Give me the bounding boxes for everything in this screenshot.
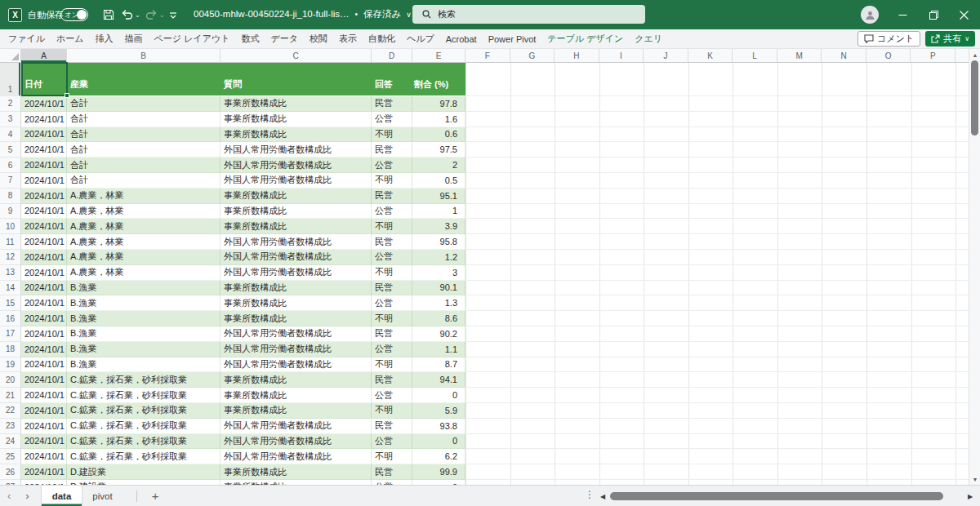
cell-ratio[interactable]: 0.6 bbox=[412, 127, 466, 143]
cell-date[interactable]: 2024/10/1 bbox=[21, 464, 67, 480]
empty-grid-cells[interactable] bbox=[466, 342, 969, 357]
cell-ratio[interactable]: 94.1 bbox=[412, 372, 466, 388]
cell-answer[interactable]: 不明 bbox=[372, 173, 412, 189]
cell-date[interactable]: 2024/10/1 bbox=[21, 342, 67, 357]
cell-answer[interactable]: 公営 bbox=[372, 158, 412, 173]
cell-date[interactable]: 2024/10/1 bbox=[21, 449, 67, 464]
empty-grid-cells[interactable] bbox=[466, 250, 969, 265]
cell-industry[interactable]: 合計 bbox=[67, 127, 220, 143]
cell-ratio[interactable]: 95.1 bbox=[412, 189, 466, 204]
column-header[interactable]: H bbox=[555, 49, 599, 62]
column-header[interactable]: C bbox=[220, 49, 372, 62]
empty-grid-cells[interactable] bbox=[466, 96, 969, 112]
column-header[interactable]: F bbox=[466, 49, 510, 62]
cell-question[interactable]: 外国人常用労働者数構成比 bbox=[220, 158, 372, 173]
cell-ratio[interactable]: 90.2 bbox=[412, 326, 466, 342]
cell-question[interactable]: 事業所数構成比 bbox=[220, 464, 372, 480]
cell-date[interactable]: 2024/10/1 bbox=[21, 234, 67, 250]
ribbon-tab[interactable]: 校閲 bbox=[304, 29, 333, 48]
cell-answer[interactable]: 不明 bbox=[372, 127, 412, 143]
cell-question[interactable]: 事業所数構成比 bbox=[220, 112, 372, 127]
close-button[interactable] bbox=[950, 0, 978, 29]
row-header[interactable]: 26 bbox=[0, 464, 21, 480]
row-header[interactable]: 3 bbox=[0, 112, 21, 127]
cell-industry[interactable]: A.農業，林業 bbox=[67, 250, 220, 265]
empty-grid-cells[interactable] bbox=[466, 281, 969, 296]
cell-question[interactable]: 事業所数構成比 bbox=[220, 281, 372, 296]
column-header[interactable]: P bbox=[911, 49, 956, 62]
cell-industry[interactable]: 合計 bbox=[67, 158, 220, 173]
cell-date[interactable]: 2024/10/1 bbox=[21, 357, 67, 373]
cell-answer[interactable]: 民営 bbox=[372, 464, 412, 480]
cell-industry[interactable]: A.農業，林業 bbox=[67, 219, 220, 234]
empty-grid-cells[interactable] bbox=[466, 388, 969, 403]
cell-answer[interactable]: 不明 bbox=[372, 403, 412, 419]
sheet-nav-next-icon[interactable]: › bbox=[18, 490, 36, 502]
empty-grid-cells[interactable] bbox=[466, 219, 969, 234]
ribbon-tab[interactable]: 数式 bbox=[235, 29, 265, 48]
cell-industry[interactable]: B.漁業 bbox=[67, 281, 220, 296]
cell-ratio[interactable]: 3 bbox=[412, 265, 466, 281]
search-input[interactable]: 検索 bbox=[412, 5, 645, 24]
cell-answer[interactable]: 公営 bbox=[372, 112, 412, 127]
quick-access-customize-icon[interactable] bbox=[169, 9, 177, 24]
cell-ratio[interactable]: 8.6 bbox=[412, 311, 466, 326]
empty-grid-cells[interactable] bbox=[466, 234, 969, 250]
cell-date[interactable]: 2024/10/1 bbox=[21, 311, 67, 326]
empty-grid-cells[interactable] bbox=[466, 464, 969, 480]
sheet-tab[interactable]: data bbox=[42, 486, 82, 506]
row-header[interactable]: 21 bbox=[0, 388, 21, 403]
row-header[interactable]: 7 bbox=[0, 173, 21, 189]
cell-answer[interactable]: 不明 bbox=[372, 219, 412, 234]
minimize-button[interactable] bbox=[889, 0, 916, 29]
cell-question[interactable]: 事業所数構成比 bbox=[220, 311, 372, 326]
add-sheet-button[interactable]: + bbox=[145, 489, 166, 503]
cell-date[interactable]: 2024/10/1 bbox=[21, 219, 67, 234]
empty-grid-cells[interactable] bbox=[466, 204, 969, 220]
column-header[interactable]: L bbox=[733, 49, 777, 62]
cell-question[interactable]: 外国人常用労働者数構成比 bbox=[220, 234, 372, 250]
cell-question[interactable]: 事業所数構成比 bbox=[220, 295, 372, 311]
column-header[interactable]: J bbox=[644, 49, 688, 62]
cell-question[interactable]: 外国人常用労働者数構成比 bbox=[220, 173, 372, 189]
cell-industry[interactable]: C.鉱業，採石業，砂利採取業 bbox=[67, 403, 220, 419]
cell-date[interactable]: 2024/10/1 bbox=[21, 326, 67, 342]
ribbon-tab[interactable]: ホーム bbox=[51, 29, 90, 48]
cell-answer[interactable]: 民営 bbox=[372, 419, 412, 434]
cell-date[interactable]: 2024/10/1 bbox=[21, 112, 67, 127]
cell-answer[interactable]: 民営 bbox=[372, 326, 412, 342]
empty-grid-cells[interactable] bbox=[466, 419, 969, 434]
ribbon-tab[interactable]: ページ レイアウト bbox=[149, 29, 236, 48]
cell-industry[interactable]: B.漁業 bbox=[67, 357, 220, 373]
row-header[interactable]: 14 bbox=[0, 281, 21, 296]
row-header[interactable]: 5 bbox=[0, 142, 21, 158]
empty-grid-cells[interactable] bbox=[466, 372, 969, 388]
empty-grid-cells[interactable] bbox=[466, 311, 969, 326]
row-header[interactable]: 15 bbox=[0, 295, 21, 311]
cell-ratio[interactable]: 5.9 bbox=[412, 403, 466, 419]
cell-question[interactable]: 事業所数構成比 bbox=[220, 204, 372, 220]
empty-grid-cells[interactable] bbox=[466, 189, 969, 204]
empty-grid-cells[interactable] bbox=[466, 295, 969, 311]
cell-answer[interactable]: 公営 bbox=[372, 295, 412, 311]
cell-date[interactable]: 2024/10/1 bbox=[21, 265, 67, 281]
cell-ratio[interactable]: 3.9 bbox=[412, 219, 466, 234]
comments-button[interactable]: コメント bbox=[858, 31, 920, 47]
cell-answer[interactable]: 公営 bbox=[372, 342, 412, 357]
row-header[interactable]: 4 bbox=[0, 127, 21, 143]
empty-grid-cells[interactable] bbox=[466, 403, 969, 419]
cell-ratio[interactable]: 8.7 bbox=[412, 357, 466, 373]
cell-date[interactable]: 2024/10/1 bbox=[21, 434, 67, 450]
vertical-scrollbar[interactable]: ▲ ▼ bbox=[969, 49, 980, 485]
empty-grid-cells[interactable] bbox=[466, 142, 969, 158]
cell-answer[interactable]: 民営 bbox=[372, 96, 412, 112]
cell-ratio[interactable]: 1.6 bbox=[412, 112, 466, 127]
cell-answer[interactable]: 不明 bbox=[372, 449, 412, 464]
cell-ratio[interactable]: 0.5 bbox=[412, 173, 466, 189]
ribbon-contextual-tab[interactable]: テーブル デザイン bbox=[541, 29, 629, 48]
cell-date[interactable]: 2024/10/1 bbox=[21, 295, 67, 311]
cell-date[interactable]: 2024/10/1 bbox=[21, 372, 67, 388]
account-avatar[interactable] bbox=[861, 6, 879, 24]
cell-answer[interactable]: 不明 bbox=[372, 357, 412, 373]
column-header[interactable]: E bbox=[412, 49, 466, 62]
